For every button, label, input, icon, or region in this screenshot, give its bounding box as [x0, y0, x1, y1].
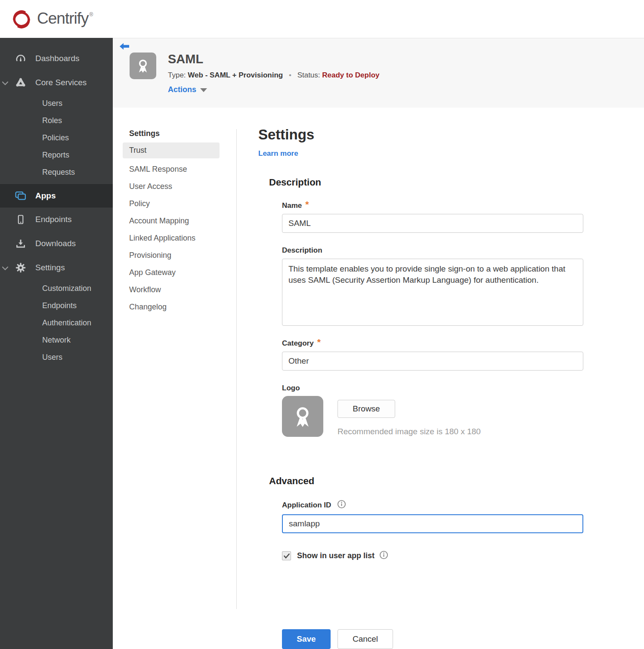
show-in-app-list-label: Show in user app list: [297, 551, 375, 560]
subnav-item-changelog[interactable]: Changelog: [123, 298, 220, 315]
info-icon[interactable]: [337, 500, 346, 510]
description-field[interactable]: This template enables you to provide sin…: [282, 259, 583, 326]
separator-dot: •: [289, 71, 291, 79]
chevron-down-icon: [2, 263, 8, 272]
application-id-label: Application ID: [282, 501, 331, 510]
description-label: Description: [282, 246, 322, 255]
app-header-band: SAML Type: Web - SAML + Provisioning • S…: [113, 38, 644, 108]
subnav-item-linked-applications[interactable]: Linked Applications: [123, 229, 220, 247]
centrify-swirl-icon: [11, 9, 32, 30]
gauge-icon: [15, 53, 27, 64]
browse-button[interactable]: Browse: [337, 400, 395, 418]
sidebar-item-authentication[interactable]: Authentication: [0, 314, 113, 331]
category-field[interactable]: [282, 352, 583, 371]
logo-label-row: Logo: [282, 384, 644, 392]
sidebar-item-reports[interactable]: Reports: [0, 146, 113, 164]
sidebar-item-roles[interactable]: Roles: [0, 112, 113, 129]
sidebar-item-users-settings[interactable]: Users: [0, 349, 113, 366]
app-title: SAML: [168, 52, 379, 66]
sidebar-item-downloads[interactable]: Downloads: [0, 232, 113, 256]
application-id-field[interactable]: [282, 514, 583, 533]
required-asterisk: *: [305, 201, 309, 207]
sidebar-item-endpoints[interactable]: Endpoints: [0, 207, 113, 232]
sidebar-spacer: [0, 181, 113, 184]
chevron-down-icon: [2, 78, 8, 87]
subnav-item-user-access[interactable]: User Access: [123, 178, 220, 195]
logo-label: Logo: [282, 384, 300, 392]
category-label: Category: [282, 339, 314, 348]
sidebar: Dashboards Core Services Users Roles Pol…: [0, 38, 113, 649]
centrify-logo: Centrify ®: [11, 8, 93, 30]
show-in-app-list-checkbox[interactable]: [282, 551, 291, 560]
sidebar-item-label: Apps: [35, 191, 56, 201]
subnav-item-workflow[interactable]: Workflow: [123, 281, 220, 298]
brand-name: Centrify: [37, 8, 88, 29]
settings-panel: Settings Learn more Description Name * D…: [237, 108, 644, 649]
gear-icon: [15, 262, 27, 273]
sidebar-item-label: Settings: [35, 263, 65, 272]
sidebar-item-policies[interactable]: Policies: [0, 129, 113, 146]
top-bar: Centrify ®: [0, 0, 644, 38]
app-logo-thumbnail: [130, 53, 156, 79]
sidebar-item-label: Downloads: [35, 239, 76, 248]
award-ribbon-icon: [133, 56, 152, 75]
description-section-heading: Description: [269, 177, 644, 188]
subnav-item-provisioning[interactable]: Provisioning: [123, 247, 220, 264]
actions-dropdown[interactable]: Actions: [168, 85, 207, 94]
caret-down-icon: [200, 88, 207, 92]
sidebar-item-endpoints-settings[interactable]: Endpoints: [0, 297, 113, 314]
status-label: Status:: [297, 71, 320, 79]
status-value: Ready to Deploy: [322, 71, 379, 79]
settings-subnav: Settings Trust SAML Response User Access…: [113, 108, 236, 649]
type-value: Web - SAML + Provisioning: [188, 71, 283, 79]
logo-size-hint: Recommended image size is 180 x 180: [337, 427, 481, 436]
info-icon[interactable]: [379, 550, 388, 561]
name-field[interactable]: [282, 214, 583, 233]
sidebar-item-requests[interactable]: Requests: [0, 164, 113, 181]
sidebar-item-network[interactable]: Network: [0, 331, 113, 349]
category-label-row: Category *: [282, 339, 644, 348]
description-label-row: Description: [282, 246, 644, 255]
app-logo-preview: [282, 396, 323, 437]
page-title: Settings: [258, 127, 644, 143]
sidebar-item-label: Core Services: [35, 78, 87, 87]
name-label: Name: [282, 201, 302, 210]
actions-label: Actions: [168, 85, 196, 94]
subnav-item-saml-response[interactable]: SAML Response: [123, 161, 220, 178]
save-button[interactable]: Save: [282, 629, 331, 649]
subnav-item-app-gateway[interactable]: App Gateway: [123, 264, 220, 281]
name-label-row: Name *: [282, 201, 644, 210]
sidebar-item-label: Endpoints: [35, 215, 72, 224]
sidebar-item-customization[interactable]: Customization: [0, 280, 113, 297]
cancel-button[interactable]: Cancel: [337, 629, 393, 649]
subnav-item-policy[interactable]: Policy: [123, 195, 220, 212]
sidebar-item-settings[interactable]: Settings: [0, 256, 113, 280]
sidebar-item-label: Dashboards: [35, 54, 79, 63]
sidebar-item-dashboards[interactable]: Dashboards: [0, 46, 113, 71]
advanced-section-heading: Advanced: [269, 476, 644, 487]
download-icon: [15, 238, 27, 249]
sidebar-item-core-services[interactable]: Core Services: [0, 71, 113, 95]
subnav-title: Settings: [113, 129, 236, 138]
award-ribbon-icon: [288, 402, 317, 431]
sidebar-item-users[interactable]: Users: [0, 95, 113, 112]
checkmark-icon: [284, 553, 290, 559]
type-label: Type:: [168, 71, 186, 79]
apps-icon: [15, 190, 27, 201]
core-services-icon: [15, 77, 27, 88]
mobile-device-icon: [15, 214, 27, 225]
learn-more-link[interactable]: Learn more: [258, 149, 298, 158]
app-meta-line: Type: Web - SAML + Provisioning • Status…: [168, 71, 379, 80]
back-arrow-icon[interactable]: [119, 43, 130, 53]
subnav-item-trust[interactable]: Trust: [123, 142, 220, 158]
subnav-item-account-mapping[interactable]: Account Mapping: [123, 212, 220, 229]
sidebar-item-apps[interactable]: Apps: [0, 184, 113, 207]
required-asterisk: *: [317, 339, 321, 345]
brand-trademark: ®: [89, 12, 93, 18]
